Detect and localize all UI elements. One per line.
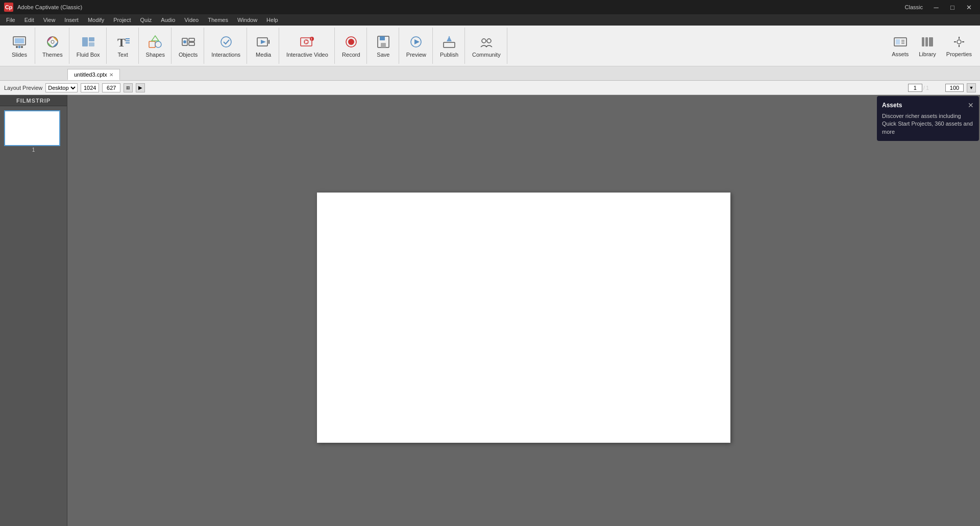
preview-button[interactable]: Preview [402,29,430,63]
fluid-box-group: Fluid Box [70,28,107,64]
svg-point-40 [482,39,486,43]
tab-bar-area: untitled3.cptx ✕ [0,66,980,81]
menu-item-audio[interactable]: Audio [157,16,179,24]
slide-canvas[interactable] [317,193,730,443]
svg-text:!: ! [311,37,312,41]
interactive-video-icon: ! [299,34,315,50]
menu-item-help[interactable]: Help [262,16,282,24]
text-button[interactable]: T Text [110,29,136,63]
file-tab-label: untitled3.cptx [74,71,107,78]
file-tab[interactable]: untitled3.cptx ✕ [67,69,120,80]
interactive-video-button[interactable]: ! Interactive Video [282,29,332,63]
save-label: Save [377,52,389,58]
svg-rect-49 [929,37,933,46]
properties-icon [952,35,966,50]
preview-label: Preview [406,52,426,58]
assets-tooltip-header: Assets ✕ [882,101,974,109]
width-input[interactable] [81,83,99,92]
menu-item-file[interactable]: File [2,16,19,24]
svg-point-21 [221,37,231,47]
library-button[interactable]: Library [915,29,940,63]
save-group: Save [368,28,399,64]
interactions-label: Interactions [211,52,240,58]
app-title: Adobe Captivate (Classic) [17,4,82,10]
fluid-box-label: Fluid Box [77,52,100,58]
filmstrip-content: 1 [0,106,67,526]
titlebar-controls: Classic ─ □ ✕ [905,2,976,13]
record-button[interactable]: Record [338,29,364,63]
svg-point-50 [957,40,961,44]
shapes-icon [147,34,163,50]
titlebar-left: Cp Adobe Captivate (Classic) [4,3,82,12]
svg-rect-19 [189,42,194,45]
menu-item-modify[interactable]: Modify [84,16,108,24]
slides-label: Slides [12,52,27,58]
menu-item-project[interactable]: Project [109,16,135,24]
community-icon [478,34,495,50]
properties-button[interactable]: Properties [942,29,976,63]
publish-label: Publish [440,52,458,58]
layout-select[interactable]: Desktop [45,83,78,92]
minimize-button[interactable]: ─ [929,2,943,13]
play-preview-button[interactable]: ▶ [136,83,145,92]
menu-item-themes[interactable]: Themes [204,16,232,24]
svg-rect-14 [149,41,155,47]
text-icon: T [115,34,131,50]
svg-rect-13 [126,42,130,43]
app-logo: Cp [4,3,13,12]
slides-button[interactable]: Slides [6,29,33,63]
responsive-icon[interactable]: ⊞ [124,83,133,92]
svg-marker-36 [414,39,420,44]
interactions-button[interactable]: Interactions [207,29,244,63]
menu-item-window[interactable]: Window [233,16,261,24]
page-number-input[interactable] [908,84,922,92]
media-button[interactable]: Media [250,29,277,63]
menu-item-view[interactable]: View [39,16,60,24]
zoom-dropdown-button[interactable]: ▼ [967,83,976,92]
preview-icon [408,34,424,50]
media-group: Media [248,28,279,64]
record-label: Record [342,52,360,58]
community-button[interactable]: Community [468,29,505,63]
text-group: T Text [108,28,139,64]
svg-rect-11 [126,38,130,39]
menu-item-video[interactable]: Video [180,16,203,24]
interactions-icon [218,34,234,50]
right-toolbar: Assets Library Properties [888,29,976,63]
slide-number-label: 1 [4,147,63,153]
height-input[interactable] [102,83,120,92]
maximize-button[interactable]: □ [945,2,960,13]
main-layout: FILMSTRIP 1 1024 1133 Assets ✕ Discover … [0,95,980,526]
slide-thumbnail[interactable] [4,110,60,146]
svg-rect-43 [896,39,900,44]
save-button[interactable]: Save [370,29,397,63]
menu-item-insert[interactable]: Insert [60,16,83,24]
fluid-box-button[interactable]: Fluid Box [72,29,104,63]
assets-button[interactable]: Assets [888,29,913,63]
preset-label: Classic [905,4,923,10]
publish-button[interactable]: Publish [436,29,462,63]
menubar: FileEditViewInsertModifyProjectQuizAudio… [0,14,980,26]
menu-item-edit[interactable]: Edit [20,16,38,24]
menu-item-quiz[interactable]: Quiz [136,16,156,24]
zoom-input[interactable] [945,84,964,92]
shapes-button[interactable]: Shapes [142,29,169,63]
svg-rect-7 [82,37,88,46]
file-tab-close[interactable]: ✕ [109,72,113,78]
svg-marker-16 [152,36,159,41]
svg-rect-37 [444,42,455,47]
objects-button[interactable]: Objects [175,29,202,63]
svg-rect-34 [381,43,386,47]
close-button[interactable]: ✕ [962,2,976,13]
filmstrip-header: FILMSTRIP [0,95,67,106]
library-label: Library [919,51,936,57]
objects-icon [180,34,197,50]
svg-point-31 [348,39,354,45]
themes-button[interactable]: Themes [38,29,67,63]
themes-icon [44,34,61,50]
assets-tooltip-close-button[interactable]: ✕ [968,101,974,109]
community-group: Community [466,28,507,64]
svg-point-2 [16,46,18,48]
page-total: 1 [926,85,929,91]
media-label: Media [256,52,271,58]
